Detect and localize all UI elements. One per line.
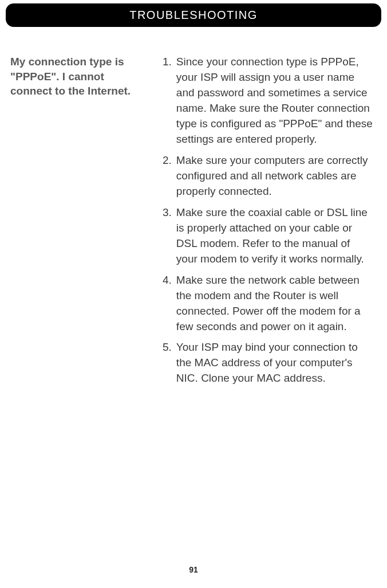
solution-column: 1. Since your connection type is PPPoE, … [163, 54, 377, 392]
list-item: 5. Your ISP may bind your connection to … [163, 340, 373, 386]
problem-title: My connection type is "PPPoE". I cannot … [10, 54, 147, 99]
list-item: 1. Since your connection type is PPPoE, … [163, 54, 373, 147]
step-number: 5. [163, 340, 172, 386]
problem-column: My connection type is "PPPoE". I cannot … [10, 54, 147, 392]
step-text: Since your connection type is PPPoE, you… [176, 54, 373, 147]
list-item: 2. Make sure your computers are correctl… [163, 153, 373, 199]
content-area: My connection type is "PPPoE". I cannot … [0, 27, 387, 392]
step-text: Your ISP may bind your connection to the… [176, 340, 373, 386]
step-text: Make sure the coaxial cable or DSL line … [176, 205, 373, 267]
step-text: Make sure the network cable between the … [176, 273, 373, 335]
header-title: TROUBLESHOOTING [129, 9, 258, 21]
list-item: 4. Make sure the network cable between t… [163, 273, 373, 335]
list-item: 3. Make sure the coaxial cable or DSL li… [163, 205, 373, 267]
step-number: 2. [163, 153, 172, 199]
step-text: Make sure your computers are correctly c… [176, 153, 373, 199]
page-number: 91 [0, 565, 387, 574]
page-header: TROUBLESHOOTING [6, 3, 381, 27]
step-number: 4. [163, 273, 172, 335]
step-number: 1. [163, 54, 172, 147]
step-number: 3. [163, 205, 172, 267]
